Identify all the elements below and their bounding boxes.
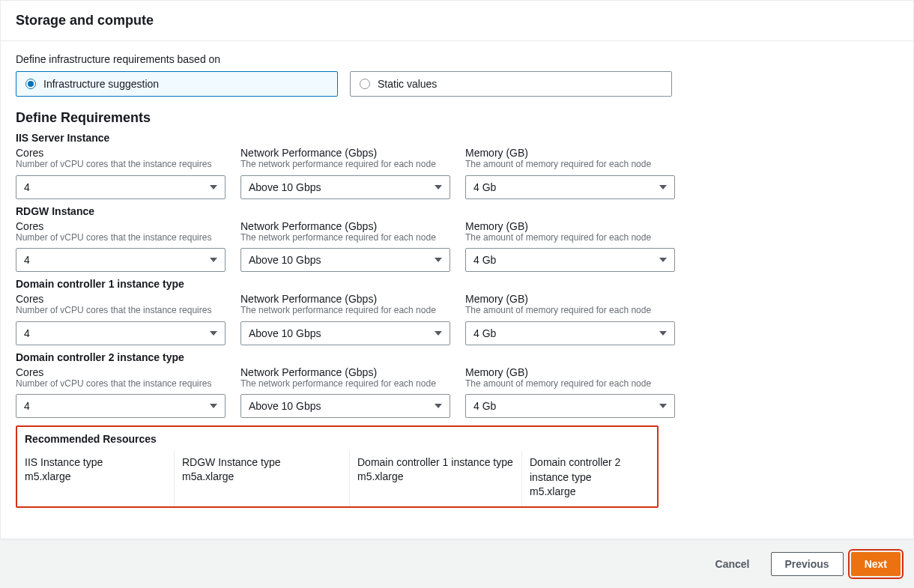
chevron-down-icon: [659, 404, 667, 408]
recommended-label: IIS Instance type: [25, 455, 166, 470]
recommended-title: Recommended Resources: [17, 427, 657, 451]
cores-label: Cores: [16, 366, 226, 378]
next-button[interactable]: Next: [851, 552, 901, 576]
network-select[interactable]: Above 10 Gbps: [240, 248, 450, 272]
memory-select[interactable]: 4 Gb: [465, 394, 675, 418]
memory-select[interactable]: 4 Gb: [465, 321, 675, 345]
recommended-label: Domain controller 2 instance type: [530, 455, 650, 485]
select-value: Above 10 Gbps: [249, 400, 321, 412]
cores-hint: Number of vCPU cores that the instance r…: [16, 378, 226, 390]
select-value: Above 10 Gbps: [249, 254, 321, 266]
cores-select[interactable]: 4: [16, 321, 226, 345]
network-hint: The network performance required for eac…: [240, 378, 450, 390]
radio-label: Static values: [378, 78, 437, 90]
recommended-value: m5.xlarge: [25, 470, 166, 482]
radio-group: Infrastructure suggestion Static values: [16, 71, 898, 97]
chevron-down-icon: [435, 331, 442, 336]
radio-static-values[interactable]: Static values: [350, 71, 672, 97]
select-value: 4 Gb: [473, 400, 496, 412]
chevron-down-icon: [659, 258, 667, 262]
chevron-down-icon: [210, 404, 217, 408]
select-value: 4: [24, 181, 30, 193]
select-value: 4: [24, 400, 30, 412]
memory-select[interactable]: 4 Gb: [465, 175, 675, 199]
group-title: Domain controller 1 instance type: [16, 278, 898, 290]
network-select[interactable]: Above 10 Gbps: [240, 321, 450, 345]
recommended-resources: Recommended Resources IIS Instance typem…: [16, 425, 659, 507]
chevron-down-icon: [435, 404, 442, 408]
memory-hint: The amount of memory required for each n…: [465, 305, 675, 317]
cores-hint: Number of vCPU cores that the instance r…: [16, 232, 226, 244]
memory-select[interactable]: 4 Gb: [465, 248, 675, 272]
network-hint: The network performance required for eac…: [240, 159, 450, 171]
memory-hint: The amount of memory required for each n…: [465, 378, 675, 390]
chevron-down-icon: [659, 185, 667, 190]
cores-select[interactable]: 4: [16, 394, 226, 418]
recommended-col: Domain controller 2 instance typem5.xlar…: [522, 451, 657, 506]
memory-label: Memory (GB): [465, 220, 675, 232]
chevron-down-icon: [435, 258, 442, 262]
select-value: Above 10 Gbps: [249, 327, 321, 339]
network-select[interactable]: Above 10 Gbps: [240, 175, 450, 199]
memory-label: Memory (GB): [465, 147, 675, 159]
cores-label: Cores: [16, 293, 226, 305]
intro-text: Define infrastructure requirements based…: [16, 53, 898, 65]
network-hint: The network performance required for eac…: [240, 232, 450, 244]
select-value: 4 Gb: [473, 254, 496, 266]
group-title: RDGW Instance: [16, 205, 898, 217]
chevron-down-icon: [435, 185, 442, 190]
select-value: 4: [24, 327, 30, 339]
radio-label: Infrastructure suggestion: [43, 78, 159, 90]
select-value: 4: [24, 254, 30, 266]
select-value: Above 10 Gbps: [249, 181, 321, 193]
recommended-col: RDGW Instance typem5a.xlarge: [175, 451, 350, 506]
cores-hint: Number of vCPU cores that the instance r…: [16, 159, 226, 171]
page-title: Storage and compute: [16, 13, 898, 28]
network-label: Network Performance (Gbps): [240, 366, 450, 378]
recommended-value: m5.xlarge: [357, 470, 514, 482]
recommended-col: Domain controller 1 instance typem5.xlar…: [350, 451, 522, 506]
network-hint: The network performance required for eac…: [240, 305, 450, 317]
recommended-col: IIS Instance typem5.xlarge: [17, 451, 175, 506]
group-title: Domain controller 2 instance type: [16, 351, 898, 363]
recommended-value: m5a.xlarge: [182, 470, 342, 482]
memory-label: Memory (GB): [465, 366, 675, 378]
group-title: IIS Server Instance: [16, 132, 898, 144]
memory-label: Memory (GB): [465, 293, 675, 305]
chevron-down-icon: [659, 331, 667, 336]
chevron-down-icon: [210, 331, 217, 336]
radio-icon: [360, 79, 370, 89]
cores-label: Cores: [16, 147, 226, 159]
memory-hint: The amount of memory required for each n…: [465, 232, 675, 244]
radio-icon: [25, 79, 36, 89]
recommended-value: m5.xlarge: [530, 485, 650, 497]
network-label: Network Performance (Gbps): [240, 293, 450, 305]
previous-button[interactable]: Previous: [771, 552, 844, 576]
network-label: Network Performance (Gbps): [240, 220, 450, 232]
recommended-label: RDGW Instance type: [182, 455, 342, 470]
cores-select[interactable]: 4: [16, 175, 226, 199]
network-label: Network Performance (Gbps): [240, 147, 450, 159]
select-value: 4 Gb: [473, 327, 496, 339]
select-value: 4 Gb: [473, 181, 496, 193]
chevron-down-icon: [210, 258, 217, 262]
recommended-label: Domain controller 1 instance type: [357, 455, 514, 470]
network-select[interactable]: Above 10 Gbps: [240, 394, 450, 418]
cores-hint: Number of vCPU cores that the instance r…: [16, 305, 226, 317]
section-title: Define Requirements: [16, 110, 898, 126]
panel-header: Storage and compute: [1, 1, 913, 41]
memory-hint: The amount of memory required for each n…: [465, 159, 675, 171]
radio-infrastructure-suggestion[interactable]: Infrastructure suggestion: [16, 71, 338, 97]
cores-label: Cores: [16, 220, 226, 232]
wizard-footer: Cancel Previous Next: [0, 539, 914, 588]
cancel-button[interactable]: Cancel: [702, 552, 763, 576]
cores-select[interactable]: 4: [16, 248, 226, 272]
chevron-down-icon: [210, 185, 217, 190]
